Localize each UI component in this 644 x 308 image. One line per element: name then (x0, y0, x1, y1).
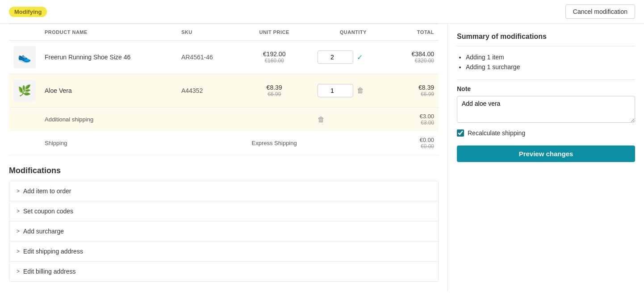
mod-item-edit-billing[interactable]: > Edit billing address (9, 262, 438, 281)
note-label: Note (457, 79, 635, 92)
modifying-badge: Modifying (9, 7, 47, 17)
table-row: 👟 Freerun Running Shoe Size 46 AR4561-46… (9, 41, 439, 74)
col-product-name: PRODUCT NAME (40, 24, 177, 41)
product-qty-cell: 🗑 (313, 74, 393, 108)
mod-item-label: Edit billing address (23, 268, 76, 275)
quantity-input[interactable] (318, 84, 353, 97)
table-header-row: PRODUCT NAME SKU UNIT PRICE QUANTITY TOT… (9, 24, 439, 41)
modifications-title: Modifications (9, 166, 439, 175)
shipping-total: €0.00 (397, 137, 434, 143)
additional-shipping-total-cell: €3.00 €3.00 (393, 108, 439, 132)
right-panel: Summary of modifications Adding 1 item A… (447, 24, 644, 291)
product-name-cell: Aloe Vera (40, 74, 177, 108)
summary-item-2: Adding 1 surcharge (466, 63, 635, 71)
total-main: €384.00 (397, 50, 434, 58)
order-table: PRODUCT NAME SKU UNIT PRICE QUANTITY TOT… (9, 24, 439, 155)
mod-item-label: Set coupon codes (23, 208, 73, 215)
chevron-right-icon: > (17, 228, 20, 234)
chevron-right-icon: > (17, 208, 20, 214)
mod-item-set-coupon[interactable]: > Set coupon codes (9, 201, 438, 221)
col-quantity: QUANTITY (313, 24, 393, 41)
total-old: €320.00 (397, 58, 434, 64)
price-main: €8.39 (240, 84, 309, 91)
chevron-right-icon: > (17, 188, 20, 194)
summary-title: Summary of modifications (457, 33, 635, 46)
top-bar: Modifying Cancel modification (0, 0, 644, 24)
product-qty-cell: ✓ (313, 41, 393, 74)
left-panel: PRODUCT NAME SKU UNIT PRICE QUANTITY TOT… (0, 24, 447, 282)
plant-icon: 🌿 (18, 84, 31, 97)
price-main: €192.00 (240, 50, 309, 58)
shipping-total-cell: €0.00 €0.00 (393, 131, 439, 155)
shipping-label: Shipping (40, 131, 177, 155)
product-image: 👟 (13, 46, 36, 68)
shipping-row: Shipping Express Shipping €0.00 €0.00 (9, 131, 439, 155)
check-icon: ✓ (357, 53, 363, 62)
main-layout: PRODUCT NAME SKU UNIT PRICE QUANTITY TOT… (0, 24, 644, 291)
mod-item-label: Add surcharge (23, 228, 64, 235)
product-price-cell: €192.00 €160.00 (235, 41, 314, 74)
mod-item-label: Add item to order (23, 187, 71, 195)
additional-shipping-row: Additional shipping 🗑 €3.00 €3.00 (9, 108, 439, 132)
mod-item-add-surcharge[interactable]: > Add surcharge (9, 221, 438, 241)
product-total-cell: €384.00 €320.00 (393, 41, 439, 74)
quantity-input[interactable] (318, 50, 353, 64)
product-name-cell: Freerun Running Shoe Size 46 (40, 41, 177, 74)
product-total-cell: €8.39 €6.99 (393, 74, 439, 108)
trash-icon[interactable]: 🗑 (357, 87, 364, 95)
product-image: 🌿 (13, 79, 36, 102)
col-total: TOTAL (393, 24, 439, 41)
table-row: 🌿 Aloe Vera A44352 €8.39 €6.99 🗑 (9, 74, 439, 108)
note-textarea[interactable]: Add aloe vera (457, 96, 635, 123)
cancel-modification-button[interactable]: Cancel modification (565, 4, 635, 19)
product-image-cell: 👟 (9, 41, 40, 74)
summary-list: Adding 1 item Adding 1 surcharge (457, 54, 635, 71)
chevron-right-icon: > (17, 248, 20, 254)
col-sku: SKU (177, 24, 235, 41)
preview-changes-button[interactable]: Preview changes (457, 146, 635, 162)
chevron-right-icon: > (17, 268, 20, 275)
product-sku-cell: A44352 (177, 74, 235, 108)
additional-shipping-total-old: €3.00 (397, 120, 434, 126)
col-img (9, 24, 40, 41)
product-sku-cell: AR4561-46 (177, 41, 235, 74)
qty-controls: ✓ (318, 50, 389, 64)
summary-item-1: Adding 1 item (466, 54, 635, 61)
recalculate-checkbox[interactable] (457, 129, 464, 137)
additional-shipping-total: €3.00 (397, 113, 434, 120)
product-price-cell: €8.39 €6.99 (235, 74, 314, 108)
mod-item-label: Edit shipping address (23, 248, 83, 255)
total-main: €8.39 (397, 84, 434, 91)
price-old: €6.99 (240, 91, 309, 97)
total-old: €6.99 (397, 91, 434, 97)
recalculate-row: Recalculate shipping (457, 129, 635, 137)
shipping-method: Express Shipping (235, 131, 314, 155)
modifications-section: Modifications > Add item to order > Set … (9, 166, 439, 282)
qty-controls: 🗑 (318, 84, 389, 97)
recalculate-label: Recalculate shipping (468, 129, 525, 137)
shipping-img (9, 131, 40, 155)
mod-item-edit-shipping[interactable]: > Edit shipping address (9, 241, 438, 262)
price-old: €160.00 (240, 58, 309, 64)
shoe-icon: 👟 (18, 51, 31, 63)
mod-item-add-item[interactable]: > Add item to order (9, 181, 438, 201)
additional-shipping-trash-icon[interactable]: 🗑 (318, 116, 325, 123)
shipping-total-old: €0.00 (397, 143, 434, 150)
additional-shipping-label: Additional shipping (40, 108, 177, 132)
product-image-cell: 🌿 (9, 74, 40, 108)
modifications-accordion: > Add item to order > Set coupon codes >… (9, 181, 439, 282)
additional-shipping-img (9, 108, 40, 132)
col-unit-price: UNIT PRICE (235, 24, 314, 41)
